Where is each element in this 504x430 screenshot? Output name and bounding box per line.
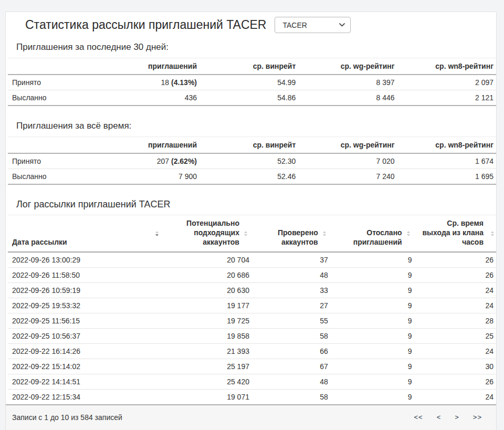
cell-sent: 9 [331,359,415,374]
pagination-next-button[interactable]: > [448,413,466,421]
column-header-invitations: приглашений [101,58,200,75]
log-column-header-avg-exit-time[interactable]: Ср. время выхода из клана часов [415,215,496,253]
table-row: 2022-09-25 10:56:37 19 858 58 9 25 [8,329,496,344]
cell-checked: 27 [252,298,331,313]
cell-checked: 33 [252,283,331,298]
cell-avg-exit-hours: 25 [415,329,496,344]
cell-potential: 25 197 [163,359,252,374]
column-header-wg-rating: ср. wg-рейтинг [298,137,397,154]
table-row: 2022-09-22 16:14:26 21 393 66 9 24 [8,344,496,359]
empty-header-cell [8,137,101,154]
cell-potential: 20 704 [163,252,252,268]
table-row: 2022-09-26 10:59:19 20 630 33 9 24 [8,283,496,298]
records-info: Записи с 1 до 10 из 584 записей [12,413,122,422]
cell-wg-rating: 8 446 [298,90,397,106]
cell-sent: 9 [331,329,415,344]
column-header-wg-rating: ср. wg-рейтинг [298,58,397,75]
cell-invitations: 436 [101,90,200,106]
chevron-down-icon [339,23,345,27]
pagination: << < > >> [407,413,489,421]
row-label: Принято [8,153,101,169]
invitations-percent: (2.62%) [171,157,197,165]
cell-checked: 67 [252,359,331,374]
table-row: 2022-09-25 11:56:15 19 725 55 9 28 [8,313,496,329]
table-row: 2022-09-22 12:15:34 19 071 58 9 24 [8,390,496,405]
log-column-header-date[interactable]: Дата рассылки [8,215,163,253]
sort-icon [491,231,495,236]
sort-icon [407,231,411,236]
log-column-header-sent[interactable]: Отослано приглашений [331,215,415,253]
pagination-prev-button[interactable]: < [430,413,448,421]
cell-date: 2022-09-22 16:14:26 [8,344,163,359]
cell-wn8-rating: 1 674 [397,153,496,169]
clan-select[interactable]: TACER [275,17,351,33]
cell-wg-rating: 7 020 [298,153,397,169]
cell-potential: 19 071 [163,390,252,405]
cell-avg-exit-hours: 24 [415,298,496,313]
cell-checked: 66 [252,344,331,359]
column-header-winrate: ср. винрейт [200,58,298,75]
cell-sent: 9 [331,390,415,405]
row-label: Принято [8,75,101,90]
cell-wg-rating: 7 240 [298,169,397,185]
cell-date: 2022-09-25 10:56:37 [8,329,163,344]
section-heading-all-time: Приглашения за всё время: [6,121,496,131]
cell-sent: 9 [331,313,415,329]
table-row: 2022-09-22 15:14:02 25 197 67 9 30 [8,359,496,374]
cell-wg-rating: 8 397 [298,75,397,90]
table-header-row: приглашений ср. винрейт ср. wg-рейтинг с… [8,58,496,75]
cell-winrate: 52.46 [200,169,298,185]
table-header-row: приглашений ср. винрейт ср. wg-рейтинг с… [8,137,496,154]
pagination-last-button[interactable]: >> [466,413,489,421]
cell-date: 2022-09-22 15:14:02 [8,359,163,374]
cell-date: 2022-09-22 12:15:34 [8,390,163,405]
cell-sent: 9 [331,298,415,313]
summary-all-time-table: приглашений ср. винрейт ср. wg-рейтинг с… [8,137,496,185]
cell-invitations: 7 900 [101,169,200,185]
table-row: 2022-09-26 13:00:29 20 704 37 9 26 [8,252,496,268]
sort-icon [323,231,327,236]
cell-date: 2022-09-26 10:59:19 [8,283,163,298]
cell-checked: 58 [252,329,331,344]
section-heading-log: Лог рассылки приглашений TACER [6,199,496,210]
cell-avg-exit-hours: 24 [415,344,496,359]
cell-avg-exit-hours: 30 [415,359,496,374]
cell-potential: 19 177 [163,298,252,313]
title-row: Статистика рассылки приглашений TACER TA… [6,12,496,33]
table-footer: Записи с 1 до 10 из 584 записей << < > >… [6,404,496,430]
cell-date: 2022-09-26 11:58:50 [8,268,163,283]
clan-select-value: TACER [282,21,307,29]
cell-checked: 55 [252,313,331,329]
cell-wn8-rating: 2 121 [397,90,496,106]
cell-invitations: 207 (2.62%) [101,153,200,169]
cell-date: 2022-09-25 11:56:15 [8,313,163,329]
table-row: Принято 207 (2.62%) 52.30 7 020 1 674 [8,153,496,169]
cell-sent: 9 [331,283,415,298]
table-row: 2022-09-25 19:53:32 19 177 27 9 24 [8,298,496,313]
cell-avg-exit-hours: 24 [415,390,496,405]
row-label: Высланно [8,90,101,106]
row-label: Высланно [8,169,101,185]
cell-checked: 48 [252,268,331,283]
page-title: Статистика рассылки приглашений TACER [25,18,266,32]
log-column-header-checked[interactable]: Проверено аккаунтов [252,215,331,253]
cell-potential: 21 393 [163,344,252,359]
cell-checked: 48 [252,374,331,390]
cell-winrate: 52.30 [200,153,298,169]
cell-sent: 9 [331,268,415,283]
log-column-header-potential[interactable]: Потенциально подходящих аккаунтов [163,215,252,253]
pagination-first-button[interactable]: << [407,413,429,421]
stats-card: Статистика рассылки приглашений TACER TA… [5,12,497,430]
table-row: 2022-09-22 14:14:51 25 420 48 9 26 [8,374,496,390]
cell-potential: 25 420 [163,374,252,390]
cell-potential: 20 686 [163,268,252,283]
table-row: Принято 18 (4.13%) 54.99 8 397 2 097 [8,75,496,90]
cell-avg-exit-hours: 26 [415,374,496,390]
cell-sent: 9 [331,374,415,390]
sort-desc-icon [155,231,159,236]
column-header-invitations: приглашений [101,137,200,154]
table-row: 2022-09-26 11:58:50 20 686 48 9 26 [8,268,496,283]
cell-invitations: 18 (4.13%) [101,75,200,90]
table-header-row: Дата рассылки Потенциально подходящих ак… [8,215,496,253]
page: Статистика рассылки приглашений TACER TA… [0,0,504,430]
